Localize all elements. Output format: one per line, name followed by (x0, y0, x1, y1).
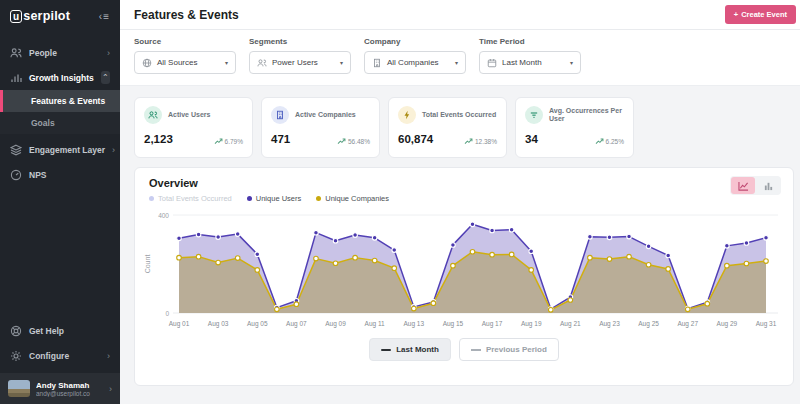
page-title: Features & Events (134, 8, 239, 22)
caret-down-icon: ▾ (455, 59, 458, 66)
filter-label: Source (134, 37, 236, 46)
svg-text:Aug 03: Aug 03 (208, 320, 229, 328)
source-select[interactable]: All Sources ▾ (134, 51, 236, 74)
dashed-line-icon (471, 349, 481, 351)
chevron-right-icon: › (112, 145, 115, 155)
trend-up-icon (337, 138, 346, 145)
app-window: userpilot ‹≡ People › Growth Insights ⌃ … (0, 0, 800, 404)
active-users-icon (144, 106, 162, 124)
area-chart: 4000CountAug 01Aug 03Aug 05Aug 07Aug 09A… (135, 203, 793, 337)
previous-period-button[interactable]: Previous Period (459, 338, 559, 361)
sidebar-item-get-help[interactable]: Get Help (0, 318, 120, 343)
time-period-select[interactable]: Last Month ▾ (479, 51, 581, 74)
sidebar-collapse-icon[interactable]: ‹≡ (99, 11, 110, 22)
sidebar-item-label: NPS (29, 170, 110, 180)
stat-trend: 6.25% (595, 138, 624, 145)
sidebar-item-features-events[interactable]: Features & Events (0, 90, 120, 112)
gauge-icon (10, 169, 22, 181)
last-month-button[interactable]: Last Month (369, 338, 451, 361)
sidebar-item-engagement-layer[interactable]: Engagement Layer › (0, 137, 120, 162)
legend-total-events[interactable]: Total Events Occurred (149, 194, 232, 203)
stat-cards: Active Users 2,123 6.79% Active Companie… (134, 97, 794, 158)
avatar (8, 380, 30, 397)
svg-text:Aug 17: Aug 17 (482, 320, 503, 328)
stat-change: 6.25% (606, 138, 624, 145)
stat-label: Total Events Occurred (422, 111, 496, 119)
chevron-up-icon[interactable]: ⌃ (101, 71, 110, 84)
svg-text:Aug 29: Aug 29 (717, 320, 738, 328)
bar-chart-toggle-button[interactable] (756, 177, 780, 194)
create-event-button[interactable]: + Create Event (725, 5, 796, 24)
sidebar-item-configure[interactable]: Configure › (0, 343, 120, 368)
user-profile[interactable]: Andy Shamah andy@userpilot.co › (0, 373, 120, 404)
legend-unique-users[interactable]: Unique Users (247, 194, 301, 203)
svg-text:Aug 27: Aug 27 (677, 320, 698, 328)
overview-title: Overview (135, 168, 793, 189)
chevron-right-icon: › (109, 384, 112, 394)
stat-change: 6.79% (225, 138, 243, 145)
filter-label: Company (364, 37, 466, 46)
svg-text:0: 0 (165, 310, 169, 317)
people-icon (10, 47, 22, 59)
svg-text:Aug 25: Aug 25 (638, 320, 659, 328)
trend-up-icon (464, 138, 473, 145)
stat-change: 12.38% (475, 138, 497, 145)
svg-text:Aug 23: Aug 23 (599, 320, 620, 328)
caret-down-icon: ▾ (570, 59, 573, 66)
caret-down-icon: ▾ (225, 59, 228, 66)
help-lifebuoy-icon (10, 325, 22, 337)
sidebar-item-label: Growth Insights (29, 73, 94, 83)
segments-select[interactable]: Power Users ▾ (249, 51, 351, 74)
stat-card-active-users: Active Users 2,123 6.79% (134, 97, 253, 158)
filter-time-period: Time Period Last Month ▾ (479, 37, 581, 74)
legend-dot (149, 196, 154, 201)
gear-icon (10, 350, 22, 362)
sidebar-item-growth-insights[interactable]: Growth Insights ⌃ (0, 65, 120, 90)
svg-text:Aug 15: Aug 15 (443, 320, 464, 328)
sidebar-item-people[interactable]: People › (0, 40, 120, 65)
legend-dot (316, 196, 321, 201)
sidebar-item-nps[interactable]: NPS (0, 162, 120, 187)
svg-text:Aug 13: Aug 13 (403, 320, 424, 328)
plus-icon: + (734, 10, 738, 19)
svg-text:Aug 19: Aug 19 (521, 320, 542, 328)
sidebar-item-label: Get Help (29, 326, 110, 336)
line-chart-icon (738, 181, 749, 191)
chart-legend: Total Events Occurred Unique Users Uniqu… (135, 189, 793, 203)
userpilot-logo: userpilot (10, 9, 70, 23)
trend-up-icon (214, 138, 223, 145)
svg-text:Count: Count (144, 255, 151, 274)
sidebar-item-label: Configure (29, 351, 100, 361)
svg-text:Aug 31: Aug 31 (756, 320, 777, 328)
svg-text:400: 400 (158, 212, 169, 219)
stat-trend: 12.38% (464, 138, 497, 145)
main-area: Features & Events + Create Event Source … (120, 0, 800, 404)
growth-insights-submenu: Features & Events Goals (0, 90, 120, 134)
user-email: andy@userpilot.co (36, 390, 103, 397)
sidebar-logo-row: userpilot ‹≡ (0, 0, 120, 32)
stat-value: 471 (271, 133, 290, 145)
caret-down-icon: ▾ (340, 59, 343, 66)
logo-u-icon: u (10, 10, 22, 23)
chart-type-toggle (730, 176, 781, 195)
user-name: Andy Shamah (36, 381, 103, 390)
bar-chart-icon (10, 72, 22, 84)
sidebar-item-goals[interactable]: Goals (0, 112, 120, 134)
sidebar: userpilot ‹≡ People › Growth Insights ⌃ … (0, 0, 120, 404)
stat-trend: 6.79% (214, 138, 243, 145)
page-header: Features & Events + Create Event (120, 0, 800, 30)
users-icon (257, 58, 267, 68)
company-select[interactable]: All Companies ▾ (364, 51, 466, 74)
legend-unique-companies[interactable]: Unique Companies (316, 194, 389, 203)
svg-text:Aug 11: Aug 11 (365, 320, 386, 328)
filter-segments: Segments Power Users ▾ (249, 37, 351, 74)
chart-canvas: 4000CountAug 01Aug 03Aug 05Aug 07Aug 09A… (141, 203, 793, 333)
lightning-icon (398, 106, 416, 124)
content-area: Active Users 2,123 6.79% Active Companie… (120, 86, 800, 404)
stat-change: 56.48% (348, 138, 370, 145)
stat-trend: 56.48% (337, 138, 370, 145)
funnel-icon (525, 106, 543, 124)
line-chart-toggle-button[interactable] (731, 177, 755, 194)
calendar-icon (487, 58, 497, 68)
solid-line-icon (381, 349, 391, 351)
